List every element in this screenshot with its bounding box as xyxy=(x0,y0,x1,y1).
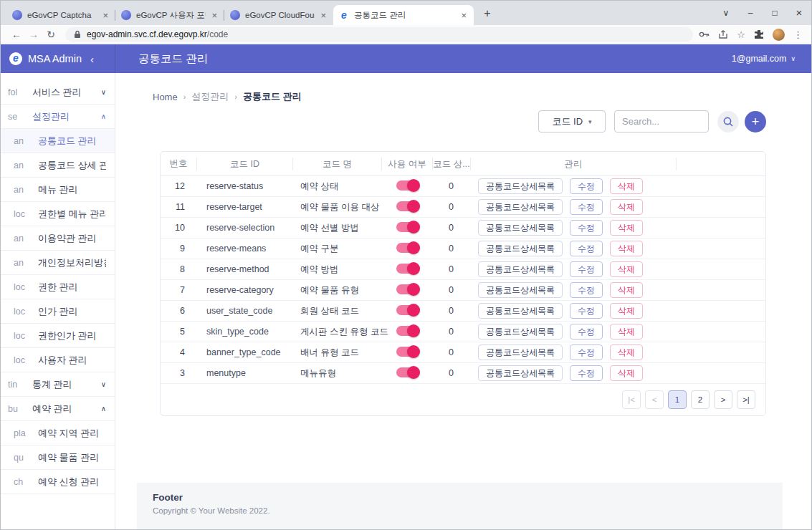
delete-button[interactable]: 삭제 xyxy=(610,199,643,215)
edit-button[interactable]: 수정 xyxy=(570,282,603,298)
tab-close-icon[interactable]: × xyxy=(101,10,110,21)
sidebar-item[interactable]: qu예약 물품 관리 xyxy=(1,445,115,470)
use-toggle[interactable] xyxy=(396,367,418,377)
browser-tab[interactable]: eGovCP Captcha× xyxy=(6,5,115,25)
search-field-select[interactable]: 코드 ID ▾ xyxy=(538,110,606,132)
pagination-prev[interactable]: < xyxy=(645,390,664,409)
sidebar-item-label: 예약 신청 관리 xyxy=(38,476,106,488)
search-button[interactable] xyxy=(717,111,739,132)
tab-title: eGovCP CloudFoundry xyxy=(245,11,315,19)
detail-list-button[interactable]: 공통코드상세목록 xyxy=(478,178,563,194)
detail-list-button[interactable]: 공통코드상세목록 xyxy=(478,199,563,215)
use-toggle[interactable] xyxy=(396,305,418,315)
pagination-next[interactable]: > xyxy=(714,390,732,409)
chevron-up-icon: ∧ xyxy=(101,405,106,413)
search-input[interactable] xyxy=(614,110,709,132)
sidebar-item[interactable]: an이용약관 관리 xyxy=(1,226,115,251)
use-toggle[interactable] xyxy=(396,243,418,253)
tab-close-icon[interactable]: × xyxy=(459,10,468,21)
delete-button[interactable]: 삭제 xyxy=(610,282,643,298)
share-icon[interactable] xyxy=(718,30,728,39)
delete-button[interactable]: 삭제 xyxy=(610,220,643,236)
sidebar-item[interactable]: an메뉴 관리 xyxy=(1,178,115,202)
use-toggle[interactable] xyxy=(396,326,418,336)
edit-button[interactable]: 수정 xyxy=(570,261,603,277)
pagination-page-2[interactable]: 2 xyxy=(691,390,710,409)
maximize-button[interactable]: □ xyxy=(763,1,787,25)
sidebar-item[interactable]: an개인정보처리방침 관리 xyxy=(1,251,115,275)
sidebar-item[interactable]: ch예약 신청 관리 xyxy=(1,470,115,494)
forward-button[interactable]: → xyxy=(25,29,42,40)
address-bar[interactable]: egov-admin.svc.cf.dev.egovp.kr/code xyxy=(65,27,693,42)
detail-list-button[interactable]: 공통코드상세목록 xyxy=(478,324,563,339)
sidebar-item[interactable]: se설정관리∧ xyxy=(1,105,115,129)
detail-list-button[interactable]: 공통코드상세목록 xyxy=(478,220,563,236)
detail-list-button[interactable]: 공통코드상세목록 xyxy=(478,344,563,360)
close-button[interactable]: × xyxy=(787,1,811,25)
detail-list-button[interactable]: 공통코드상세목록 xyxy=(478,241,563,256)
browser-tab[interactable]: eGovCP 사용자 포털× xyxy=(115,5,224,25)
delete-button[interactable]: 삭제 xyxy=(610,261,643,277)
sidebar-item[interactable]: loc권한 관리 xyxy=(1,275,115,299)
browser-tab[interactable]: e공통코드 관리× xyxy=(333,5,474,25)
extensions-puzzle-icon[interactable] xyxy=(754,29,764,39)
edit-button[interactable]: 수정 xyxy=(570,344,603,360)
reload-button[interactable]: ↻ xyxy=(42,29,59,40)
delete-button[interactable]: 삭제 xyxy=(610,365,643,381)
password-key-icon[interactable] xyxy=(699,31,710,38)
add-code-button[interactable]: + xyxy=(745,111,766,132)
sidebar-item[interactable]: fol서비스 관리∨ xyxy=(1,80,115,105)
sidebar-item[interactable]: loc사용자 관리 xyxy=(1,348,115,372)
profile-avatar[interactable] xyxy=(773,29,785,41)
detail-list-button[interactable]: 공통코드상세목록 xyxy=(478,261,563,277)
delete-button[interactable]: 삭제 xyxy=(610,303,643,319)
tab-search-icon[interactable]: ∨ xyxy=(714,1,738,25)
use-toggle[interactable] xyxy=(396,264,418,274)
browser-menu-icon[interactable]: ⋮ xyxy=(793,29,803,40)
minimize-button[interactable]: – xyxy=(738,1,763,25)
delete-button[interactable]: 삭제 xyxy=(610,324,643,339)
sidebar-item[interactable]: bu예약 관리∧ xyxy=(1,397,115,421)
cell-actions: 공통코드상세목록수정삭제 xyxy=(470,220,676,236)
pagination-first[interactable]: |< xyxy=(622,390,641,409)
bookmark-star-icon[interactable]: ☆ xyxy=(737,29,745,40)
breadcrumb-home[interactable]: Home xyxy=(153,92,178,102)
user-menu[interactable]: 1@gmail.com ∨ xyxy=(732,54,796,64)
detail-list-button[interactable]: 공통코드상세목록 xyxy=(478,282,563,298)
use-toggle[interactable] xyxy=(396,284,418,294)
sidebar-item[interactable]: an공통코드 상세 관리 xyxy=(1,153,115,178)
pagination-last[interactable]: >| xyxy=(737,390,755,409)
edit-button[interactable]: 수정 xyxy=(570,324,603,339)
tab-close-icon[interactable]: × xyxy=(210,10,219,21)
sidebar-item-label: 사용자 관리 xyxy=(38,354,106,367)
use-toggle[interactable] xyxy=(396,201,418,211)
breadcrumb-separator: › xyxy=(183,92,186,101)
new-tab-button[interactable]: + xyxy=(478,4,497,23)
use-toggle[interactable] xyxy=(396,347,418,357)
pagination-page-1[interactable]: 1 xyxy=(668,390,687,409)
sidebar-collapse-icon[interactable]: ‹ xyxy=(90,53,94,65)
browser-tab[interactable]: eGovCP CloudFoundry× xyxy=(224,5,333,25)
delete-button[interactable]: 삭제 xyxy=(610,241,643,256)
sidebar-item[interactable]: tin통계 관리∨ xyxy=(1,372,115,397)
edit-button[interactable]: 수정 xyxy=(570,365,603,381)
edit-button[interactable]: 수정 xyxy=(570,220,603,236)
edit-button[interactable]: 수정 xyxy=(570,199,603,215)
sidebar-item[interactable]: loc권한별 메뉴 관리 xyxy=(1,202,115,226)
use-toggle[interactable] xyxy=(396,222,418,232)
detail-list-button[interactable]: 공통코드상세목록 xyxy=(478,303,563,319)
sidebar-item[interactable]: an공통코드 관리 xyxy=(1,129,115,153)
edit-button[interactable]: 수정 xyxy=(570,303,603,319)
use-toggle[interactable] xyxy=(396,180,418,191)
delete-button[interactable]: 삭제 xyxy=(610,178,643,194)
back-button[interactable]: ← xyxy=(8,29,25,40)
edit-button[interactable]: 수정 xyxy=(570,241,603,256)
detail-list-button[interactable]: 공통코드상세목록 xyxy=(478,365,563,381)
sidebar-item[interactable]: loc권한인가 관리 xyxy=(1,324,115,348)
breadcrumb-section[interactable]: 설정관리 xyxy=(191,90,229,103)
sidebar-item[interactable]: loc인가 관리 xyxy=(1,299,115,324)
tab-close-icon[interactable]: × xyxy=(319,10,328,21)
edit-button[interactable]: 수정 xyxy=(570,178,603,194)
delete-button[interactable]: 삭제 xyxy=(610,344,643,360)
sidebar-item[interactable]: pla예약 지역 관리 xyxy=(1,421,115,445)
